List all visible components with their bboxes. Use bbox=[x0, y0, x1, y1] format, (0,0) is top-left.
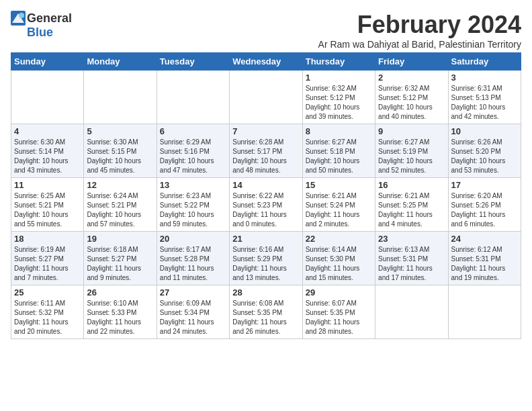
calendar-header-row: SundayMondayTuesdayWednesdayThursdayFrid… bbox=[11, 53, 521, 71]
day-number: 18 bbox=[14, 234, 81, 244]
day-number: 2 bbox=[378, 73, 445, 83]
day-info: Sunrise: 6:11 AMSunset: 5:32 PMDaylight:… bbox=[14, 299, 81, 336]
header-tuesday: Tuesday bbox=[157, 53, 229, 71]
day-info: Sunrise: 6:23 AMSunset: 5:22 PMDaylight:… bbox=[160, 191, 226, 229]
day-number: 3 bbox=[451, 73, 518, 83]
calendar-cell: 5Sunrise: 6:30 AMSunset: 5:15 PMDaylight… bbox=[84, 124, 157, 178]
header-friday: Friday bbox=[375, 53, 448, 71]
logo: General Blue bbox=[11, 11, 72, 40]
subtitle: Ar Ram wa Dahiyat al Barid, Palestinian … bbox=[318, 39, 521, 50]
calendar-cell: 7Sunrise: 6:28 AMSunset: 5:17 PMDaylight… bbox=[230, 124, 302, 178]
day-number: 11 bbox=[14, 180, 81, 190]
calendar-cell: 6Sunrise: 6:29 AMSunset: 5:16 PMDaylight… bbox=[157, 124, 229, 178]
month-title: February 2024 bbox=[318, 11, 521, 39]
calendar-cell: 26Sunrise: 6:10 AMSunset: 5:33 PMDayligh… bbox=[84, 285, 157, 339]
calendar-cell bbox=[157, 71, 229, 124]
day-number: 10 bbox=[451, 126, 518, 136]
calendar-cell: 18Sunrise: 6:19 AMSunset: 5:27 PMDayligh… bbox=[11, 232, 84, 285]
day-number: 9 bbox=[378, 126, 445, 136]
calendar-cell: 8Sunrise: 6:27 AMSunset: 5:18 PMDaylight… bbox=[302, 124, 375, 178]
day-number: 28 bbox=[232, 287, 299, 298]
day-info: Sunrise: 6:17 AMSunset: 5:28 PMDaylight:… bbox=[160, 245, 226, 283]
day-number: 24 bbox=[451, 234, 518, 244]
calendar-cell: 14Sunrise: 6:22 AMSunset: 5:23 PMDayligh… bbox=[230, 178, 302, 232]
day-info: Sunrise: 6:21 AMSunset: 5:25 PMDaylight:… bbox=[378, 191, 445, 229]
day-info: Sunrise: 6:13 AMSunset: 5:31 PMDaylight:… bbox=[378, 245, 445, 283]
day-info: Sunrise: 6:12 AMSunset: 5:31 PMDaylight:… bbox=[451, 245, 518, 283]
day-number: 26 bbox=[87, 287, 153, 298]
day-info: Sunrise: 6:32 AMSunset: 5:12 PMDaylight:… bbox=[306, 84, 372, 122]
day-number: 21 bbox=[232, 234, 299, 244]
title-section: February 2024 Ar Ram wa Dahiyat al Barid… bbox=[318, 11, 521, 50]
day-number: 25 bbox=[14, 287, 81, 298]
day-info: Sunrise: 6:24 AMSunset: 5:21 PMDaylight:… bbox=[87, 191, 153, 229]
day-number: 8 bbox=[306, 126, 372, 136]
calendar-week-2: 4Sunrise: 6:30 AMSunset: 5:14 PMDaylight… bbox=[11, 124, 521, 178]
logo-blue: Blue bbox=[27, 26, 53, 40]
calendar-cell bbox=[84, 71, 157, 124]
day-info: Sunrise: 6:27 AMSunset: 5:18 PMDaylight:… bbox=[306, 138, 372, 175]
calendar-cell bbox=[448, 285, 521, 339]
logo-icon bbox=[11, 11, 26, 26]
calendar-cell: 2Sunrise: 6:32 AMSunset: 5:12 PMDaylight… bbox=[375, 71, 448, 124]
day-info: Sunrise: 6:31 AMSunset: 5:13 PMDaylight:… bbox=[451, 84, 518, 122]
day-number: 23 bbox=[378, 234, 445, 244]
calendar-cell: 13Sunrise: 6:23 AMSunset: 5:22 PMDayligh… bbox=[157, 178, 229, 232]
header-wednesday: Wednesday bbox=[230, 53, 302, 71]
calendar-cell: 28Sunrise: 6:08 AMSunset: 5:35 PMDayligh… bbox=[230, 285, 302, 339]
calendar-cell bbox=[375, 285, 448, 339]
calendar-cell: 24Sunrise: 6:12 AMSunset: 5:31 PMDayligh… bbox=[448, 232, 521, 285]
day-info: Sunrise: 6:30 AMSunset: 5:15 PMDaylight:… bbox=[87, 138, 153, 175]
day-number: 4 bbox=[14, 126, 81, 136]
day-info: Sunrise: 6:09 AMSunset: 5:34 PMDaylight:… bbox=[160, 299, 226, 336]
calendar-week-1: 1Sunrise: 6:32 AMSunset: 5:12 PMDaylight… bbox=[11, 71, 521, 124]
calendar-cell: 1Sunrise: 6:32 AMSunset: 5:12 PMDaylight… bbox=[302, 71, 375, 124]
day-info: Sunrise: 6:28 AMSunset: 5:17 PMDaylight:… bbox=[232, 138, 299, 175]
day-info: Sunrise: 6:21 AMSunset: 5:24 PMDaylight:… bbox=[306, 191, 372, 229]
day-number: 13 bbox=[160, 180, 226, 190]
day-number: 15 bbox=[306, 180, 372, 190]
calendar-week-3: 11Sunrise: 6:25 AMSunset: 5:21 PMDayligh… bbox=[11, 178, 521, 232]
calendar-cell: 19Sunrise: 6:18 AMSunset: 5:27 PMDayligh… bbox=[84, 232, 157, 285]
day-info: Sunrise: 6:27 AMSunset: 5:19 PMDaylight:… bbox=[378, 138, 445, 175]
day-info: Sunrise: 6:20 AMSunset: 5:26 PMDaylight:… bbox=[451, 191, 518, 229]
calendar-week-4: 18Sunrise: 6:19 AMSunset: 5:27 PMDayligh… bbox=[11, 232, 521, 285]
calendar-cell: 25Sunrise: 6:11 AMSunset: 5:32 PMDayligh… bbox=[11, 285, 84, 339]
day-info: Sunrise: 6:26 AMSunset: 5:20 PMDaylight:… bbox=[451, 138, 518, 175]
calendar-cell: 17Sunrise: 6:20 AMSunset: 5:26 PMDayligh… bbox=[448, 178, 521, 232]
header-thursday: Thursday bbox=[302, 53, 375, 71]
header-monday: Monday bbox=[84, 53, 157, 71]
day-number: 7 bbox=[232, 126, 299, 136]
day-number: 19 bbox=[87, 234, 153, 244]
day-number: 14 bbox=[232, 180, 299, 190]
day-number: 1 bbox=[306, 73, 372, 83]
day-number: 12 bbox=[87, 180, 153, 190]
calendar-cell: 12Sunrise: 6:24 AMSunset: 5:21 PMDayligh… bbox=[84, 178, 157, 232]
header-saturday: Saturday bbox=[448, 53, 521, 71]
day-number: 29 bbox=[306, 287, 372, 298]
day-info: Sunrise: 6:22 AMSunset: 5:23 PMDaylight:… bbox=[232, 191, 299, 229]
day-info: Sunrise: 6:25 AMSunset: 5:21 PMDaylight:… bbox=[14, 191, 81, 229]
day-number: 17 bbox=[451, 180, 518, 190]
day-info: Sunrise: 6:29 AMSunset: 5:16 PMDaylight:… bbox=[160, 138, 226, 175]
calendar-cell: 20Sunrise: 6:17 AMSunset: 5:28 PMDayligh… bbox=[157, 232, 229, 285]
calendar-cell: 21Sunrise: 6:16 AMSunset: 5:29 PMDayligh… bbox=[230, 232, 302, 285]
calendar-cell bbox=[11, 71, 84, 124]
day-info: Sunrise: 6:30 AMSunset: 5:14 PMDaylight:… bbox=[14, 138, 81, 175]
day-info: Sunrise: 6:32 AMSunset: 5:12 PMDaylight:… bbox=[378, 84, 445, 122]
calendar-cell: 4Sunrise: 6:30 AMSunset: 5:14 PMDaylight… bbox=[11, 124, 84, 178]
calendar-cell: 22Sunrise: 6:14 AMSunset: 5:30 PMDayligh… bbox=[302, 232, 375, 285]
day-info: Sunrise: 6:19 AMSunset: 5:27 PMDaylight:… bbox=[14, 245, 81, 283]
day-info: Sunrise: 6:18 AMSunset: 5:27 PMDaylight:… bbox=[87, 245, 153, 283]
day-info: Sunrise: 6:07 AMSunset: 5:35 PMDaylight:… bbox=[306, 299, 372, 336]
day-info: Sunrise: 6:14 AMSunset: 5:30 PMDaylight:… bbox=[306, 245, 372, 283]
calendar-cell: 16Sunrise: 6:21 AMSunset: 5:25 PMDayligh… bbox=[375, 178, 448, 232]
day-number: 5 bbox=[87, 126, 153, 136]
day-info: Sunrise: 6:08 AMSunset: 5:35 PMDaylight:… bbox=[232, 299, 299, 336]
day-info: Sunrise: 6:16 AMSunset: 5:29 PMDaylight:… bbox=[232, 245, 299, 283]
day-number: 27 bbox=[160, 287, 226, 298]
svg-point-2 bbox=[19, 13, 24, 18]
calendar-cell: 15Sunrise: 6:21 AMSunset: 5:24 PMDayligh… bbox=[302, 178, 375, 232]
calendar-cell bbox=[230, 71, 302, 124]
day-info: Sunrise: 6:10 AMSunset: 5:33 PMDaylight:… bbox=[87, 299, 153, 336]
